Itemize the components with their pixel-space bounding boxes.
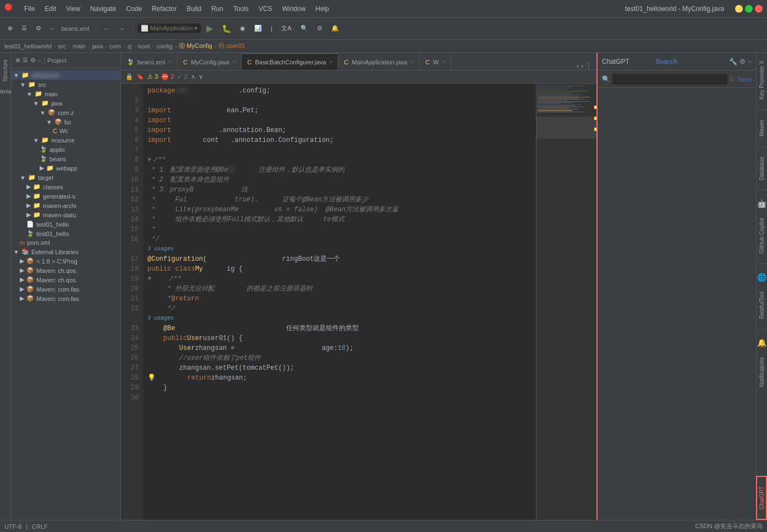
tree-item-external[interactable]: ▼ 📚 External Libraries: [11, 247, 120, 256]
tab-myconfig[interactable]: C MyConfig.java ×: [178, 53, 242, 70]
breadcrumb-myconfig[interactable]: ⓪ MyConfig: [179, 42, 212, 50]
error-count[interactable]: ⛔ 2: [161, 73, 174, 80]
tree-item-beans[interactable]: 🍃 beans: [11, 154, 120, 163]
menu-view[interactable]: View: [62, 3, 85, 15]
toolbar-settings-btn[interactable]: ⚙: [32, 23, 45, 34]
tab-menu[interactable]: ⋮: [585, 62, 592, 70]
menu-navigate[interactable]: Navigate: [86, 3, 120, 15]
right-tab-maven[interactable]: Maven: [758, 117, 766, 140]
tree-item-resource[interactable]: ▼ 📁 resource: [11, 135, 120, 145]
tree-item-wc[interactable]: C Wc: [11, 127, 120, 135]
warning-count[interactable]: ⚠ 3: [147, 73, 158, 80]
tree-item-generated[interactable]: ▶ 📁 generated-s: [11, 191, 120, 201]
tree-item-maven-statu[interactable]: ▶ 📁 maven-statu: [11, 210, 120, 220]
tree-item-test01-jar1[interactable]: 📄 test01_hello: [11, 220, 120, 229]
run-button[interactable]: ▶: [203, 21, 216, 36]
tab-beans-close[interactable]: ×: [168, 59, 172, 65]
right-tab-notifications[interactable]: Notifications: [758, 354, 766, 390]
chatgpt-search-tab[interactable]: Search: [655, 58, 677, 65]
chatgpt-input-field[interactable]: [612, 74, 727, 85]
tree-item-applic[interactable]: 🍃 applic: [11, 145, 120, 154]
bookmark-icon[interactable]: 🔖: [136, 73, 144, 80]
code-content[interactable]: package com. .config; import ean.Pet; im…: [143, 84, 536, 532]
tree-item-test01-jar2[interactable]: 🍃 test01_hello: [11, 229, 120, 238]
coverage-button[interactable]: ◉: [237, 23, 249, 34]
tree-item-bo[interactable]: ▼ 📦 bo: [11, 117, 120, 127]
tree-item-java[interactable]: ▼ 📁 java: [11, 98, 120, 108]
menu-run[interactable]: Run: [207, 3, 228, 15]
chatgpt-refresh-icon[interactable]: ↻: [730, 75, 735, 83]
tree-item-lib1[interactable]: ▶ 📦 < 1.8 > C:\Prog: [11, 256, 120, 266]
menu-help[interactable]: Help: [311, 3, 333, 15]
tree-item-lib5[interactable]: ▶ 📦 Maven: com.fas: [11, 294, 120, 303]
project-header-icon-list[interactable]: ☰: [23, 57, 28, 64]
profile-button[interactable]: 📊: [251, 23, 265, 34]
breadcrumb-main[interactable]: main: [73, 43, 86, 50]
nav-down[interactable]: ∨: [199, 73, 203, 80]
settings-btn[interactable]: ⚙: [314, 23, 326, 34]
toolbar-list-btn[interactable]: ☰: [18, 23, 30, 34]
menu-tools[interactable]: Tools: [229, 3, 253, 15]
chatgpt-tools-icon[interactable]: 🔧: [729, 58, 737, 65]
fold-toggle[interactable]: 🔒: [125, 73, 133, 80]
chatgpt-close-icon[interactable]: −: [748, 58, 752, 65]
tree-item-lib2[interactable]: ▶ 📦 Maven: ch.qos.: [11, 266, 120, 275]
menu-edit[interactable]: Edit: [40, 3, 61, 15]
breadcrumb-boot[interactable]: boot: [138, 43, 150, 50]
debug-button[interactable]: 🐛: [218, 22, 234, 35]
chatgpt-search-label[interactable]: Search: [655, 58, 677, 65]
tab-basicbatch[interactable]: C BasicBatchConfigurer.java ×: [242, 53, 338, 70]
copilot-icon[interactable]: 🤖: [757, 199, 766, 208]
menu-vcs[interactable]: VCS: [254, 3, 277, 15]
usages-badge-1[interactable]: 3 usages: [147, 244, 174, 254]
usages-badge-2[interactable]: 3 usages: [147, 314, 174, 323]
translate-btn[interactable]: 文A: [278, 22, 294, 35]
tree-item-com[interactable]: ▼ 📦 com.z: [11, 108, 120, 117]
project-header-icon-settings[interactable]: ⚙: [30, 57, 36, 64]
toolbar-back-btn[interactable]: ←: [101, 23, 113, 34]
toolbar-add-btn[interactable]: ⊕: [4, 23, 16, 34]
project-header-icon-add[interactable]: ⊕: [15, 57, 20, 64]
tab-basicbatch-close[interactable]: ×: [329, 59, 332, 65]
tab-w-close[interactable]: ×: [442, 59, 445, 65]
tree-item-lib4[interactable]: ▶ 📦 Maven: com.fas: [11, 284, 120, 294]
right-tab-restful[interactable]: RestfulTool: [758, 288, 766, 322]
chatgpt-settings-icon[interactable]: ⚙: [739, 58, 746, 65]
tree-item-pom[interactable]: m pom.xml: [11, 238, 120, 247]
tree-item-root[interactable]: ▼ 📁 helloworld: [11, 70, 120, 80]
breadcrumb-zj[interactable]: zj: [127, 43, 132, 50]
project-header-icon-minus[interactable]: −: [38, 57, 41, 64]
tree-item-classes[interactable]: ▶ 📁 classes: [11, 182, 120, 191]
tree-item-main[interactable]: ▼ 📁 main: [11, 89, 120, 98]
maximize-button[interactable]: □: [745, 5, 753, 13]
menu-window[interactable]: Window: [278, 3, 310, 15]
fold-19[interactable]: ▼: [147, 274, 151, 284]
breadcrumb-src[interactable]: src: [58, 43, 66, 50]
run-config-selector[interactable]: ⬜ MainApplication ▾: [138, 24, 201, 33]
status-encoding[interactable]: UTF-8: [4, 523, 21, 530]
right-tab-copilot[interactable]: GitHub Copilot: [758, 215, 766, 257]
restful-icon[interactable]: 🌐: [757, 273, 766, 282]
tab-mainapplication[interactable]: C MainApplication.java ×: [338, 53, 420, 70]
menu-build[interactable]: Build: [182, 3, 206, 15]
tree-item-lib3[interactable]: ▶ 📦 Maven: ch.qos.: [11, 275, 120, 284]
breadcrumb-project[interactable]: test01_helloworld: [4, 43, 52, 50]
right-tab-keypromoter[interactable]: Key Promoter X: [758, 57, 766, 103]
breadcrumb-com[interactable]: com: [109, 43, 121, 50]
tab-w[interactable]: C W ×: [420, 53, 451, 70]
tab-myconfig-close[interactable]: ×: [233, 59, 236, 65]
close-button[interactable]: ×: [755, 5, 763, 13]
tab-scroll-right[interactable]: ›: [581, 62, 583, 70]
tree-item-webapp[interactable]: ▶ 📁 webapp: [11, 163, 120, 173]
tab-scroll-left[interactable]: ‹: [577, 62, 579, 70]
minimize-button[interactable]: −: [735, 5, 743, 13]
search-btn[interactable]: 🔍: [297, 23, 311, 34]
tree-item-src[interactable]: ▼ 📁 src: [11, 80, 120, 89]
status-line-ending[interactable]: CRLF: [32, 523, 48, 530]
toolbar-forward-btn[interactable]: →: [116, 23, 128, 34]
breadcrumb-config[interactable]: config: [156, 43, 172, 50]
menu-code[interactable]: Code: [122, 3, 146, 15]
notifications-icon[interactable]: 🔔: [757, 338, 766, 347]
ok-count[interactable]: ✓ 2: [177, 73, 187, 80]
structure-label[interactable]: Structure: [1, 57, 9, 84]
